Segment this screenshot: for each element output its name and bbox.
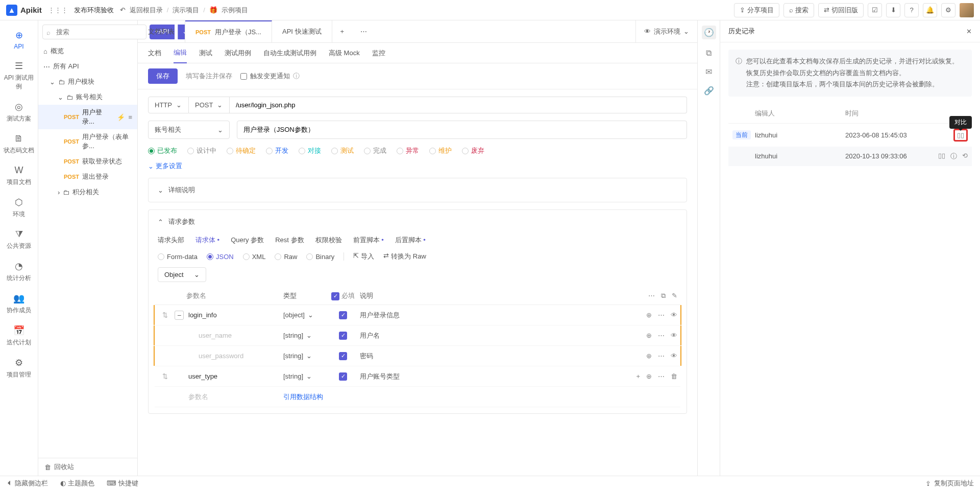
root-type-select[interactable]: Object⌄ xyxy=(158,267,206,282)
ptab-header[interactable]: 请求头部 xyxy=(158,233,184,247)
nav-stats[interactable]: ◔统计分析 xyxy=(0,255,38,288)
required-checkbox[interactable]: ✓ xyxy=(339,372,347,381)
panel-request-head[interactable]: ⌃请求参数 xyxy=(149,210,687,233)
collapse-button[interactable]: − xyxy=(175,311,184,320)
info-icon[interactable]: ⓘ xyxy=(293,72,300,81)
back-icon[interactable]: ↶ xyxy=(120,6,126,14)
method-select[interactable]: POST⌄ xyxy=(189,97,230,113)
nav-iteration[interactable]: 📅迭代计划 xyxy=(0,320,38,352)
check-icon[interactable]: ✓ xyxy=(331,292,339,300)
tree-api-item[interactable]: POST退出登录 xyxy=(38,169,137,184)
api-name-input[interactable] xyxy=(237,121,687,139)
subtab-test[interactable]: 测试 xyxy=(199,43,212,63)
tree-api-item[interactable]: POST用户登录（表单参... xyxy=(38,129,137,154)
subtab-mock[interactable]: 高级 Mock xyxy=(329,43,360,63)
plus-icon[interactable]: + xyxy=(636,372,640,380)
menu-icon[interactable]: ≡ xyxy=(128,113,132,121)
copy-icon[interactable]: ⧉ xyxy=(661,292,666,300)
download-button[interactable]: ⬇ xyxy=(886,3,900,17)
tree-group-user[interactable]: ⌄🗀用户模块 xyxy=(38,74,137,89)
close-button[interactable]: ✕ xyxy=(966,28,972,35)
param-name-input[interactable] xyxy=(197,329,283,342)
more-icon[interactable]: ⋯ xyxy=(658,332,665,339)
grid-icon[interactable]: ⋮⋮⋮ xyxy=(48,6,68,14)
url-input[interactable] xyxy=(230,97,687,113)
tree-group-account[interactable]: ⌄🗀账号相关 xyxy=(38,89,137,105)
ptab-auth[interactable]: 权限校验 xyxy=(315,233,342,247)
more-icon[interactable]: ⋯ xyxy=(658,352,665,360)
bt-formdata[interactable]: Form-data xyxy=(158,253,198,261)
edit-icon[interactable]: ✎ xyxy=(672,292,677,300)
bt-raw[interactable]: Raw xyxy=(275,253,297,261)
tab-active-api[interactable]: POST用户登录（JS... xyxy=(185,20,272,42)
hide-icon[interactable]: 👁 xyxy=(671,332,677,339)
subtab-monitor[interactable]: 监控 xyxy=(372,43,385,63)
param-desc[interactable]: 密码 xyxy=(356,352,616,361)
param-type-select[interactable]: [object]⌄ xyxy=(283,311,330,319)
avatar[interactable] xyxy=(960,3,974,17)
ref-struct-link[interactable]: 引用数据结构 xyxy=(283,392,323,402)
nav-testcase[interactable]: ☰API 测试用例 xyxy=(0,55,38,96)
tree-group-points[interactable]: ›🗀积分相关 xyxy=(38,184,137,200)
save-button[interactable]: 保存 xyxy=(148,68,178,84)
required-checkbox[interactable]: ✓ xyxy=(339,352,347,360)
status-integrate[interactable]: 对接 xyxy=(299,146,321,155)
settings-button[interactable]: ⚙ xyxy=(941,3,955,17)
shortcut-button[interactable]: ⌨快捷键 xyxy=(107,479,138,488)
nav-api[interactable]: ⊕API xyxy=(0,25,38,55)
more-icon[interactable]: ⋯ xyxy=(658,372,665,380)
delete-icon[interactable]: 🗑 xyxy=(671,372,677,380)
share-button[interactable]: ⇪分享项目 xyxy=(734,3,779,17)
restore-icon[interactable]: ⟲ xyxy=(962,152,968,161)
import-button[interactable]: ⇱导入 xyxy=(353,252,374,261)
status-published[interactable]: 已发布 xyxy=(148,146,177,155)
param-name-input[interactable] xyxy=(186,369,283,383)
protocol-select[interactable]: HTTP⌄ xyxy=(148,97,189,113)
ptab-rest[interactable]: Rest 参数 xyxy=(275,233,304,247)
tab-quicktest[interactable]: API 快速测试 xyxy=(272,20,332,42)
trigger-cb-input[interactable] xyxy=(240,73,247,80)
add-icon[interactable]: ⊕ xyxy=(646,372,652,380)
status-done[interactable]: 完成 xyxy=(364,146,386,155)
compare-button[interactable]: 对比 ▯▯ xyxy=(953,129,968,142)
bt-xml[interactable]: XML xyxy=(243,253,266,261)
status-maintain[interactable]: 维护 xyxy=(429,146,452,155)
status-test[interactable]: 测试 xyxy=(331,146,354,155)
ptab-postscript[interactable]: 后置脚本 • xyxy=(395,233,426,247)
param-desc[interactable]: 用户登录信息 xyxy=(356,311,616,320)
link-icon[interactable]: 🔗 xyxy=(704,86,714,96)
tree-api-item[interactable]: POST获取登录状态 xyxy=(38,154,137,169)
tree-api-item[interactable]: POST用户登录...⚡≡ xyxy=(38,105,137,129)
group-select[interactable]: 账号相关⌄ xyxy=(148,121,230,139)
drag-handle[interactable]: ⇅ xyxy=(158,372,172,380)
search-button[interactable]: ⌕搜索 xyxy=(783,3,814,17)
tree-overview[interactable]: ⌂概览 xyxy=(38,43,137,59)
env-name[interactable]: 发布环境验收 xyxy=(74,6,114,15)
add-icon[interactable]: ⊕ xyxy=(646,352,652,360)
tree-search-input[interactable] xyxy=(42,25,146,39)
param-name-input[interactable] xyxy=(186,308,283,322)
history-row[interactable]: lizhuhui 2020-10-13 09:33:06 ▯▯ ⓘ ⟲ xyxy=(728,147,972,166)
panel-detail-head[interactable]: ⌄详细说明 xyxy=(149,178,687,202)
save-note[interactable]: 填写备注并保存 xyxy=(186,72,232,81)
tree-all-apis[interactable]: ⋯所有 API xyxy=(38,59,137,74)
info-icon[interactable]: ⓘ xyxy=(950,152,957,161)
history-row[interactable]: 当前 lizhuhui 2023-06-08 15:45:03 对比 ▯▯ xyxy=(728,124,972,147)
add-icon[interactable]: ⊕ xyxy=(646,332,652,339)
status-dev[interactable]: 开发 xyxy=(266,146,288,155)
subtab-doc[interactable]: 文档 xyxy=(148,43,161,63)
more-icon[interactable]: ⋯ xyxy=(658,311,665,319)
nav-statuscode[interactable]: 🗎状态码文档 xyxy=(0,128,38,160)
param-name-input[interactable] xyxy=(197,349,283,363)
notification-button[interactable]: 🔔 xyxy=(923,3,937,17)
ptab-prescript[interactable]: 前置脚本 • xyxy=(353,233,384,247)
add-icon[interactable]: ⊕ xyxy=(646,311,652,319)
nav-env[interactable]: ⬡环境 xyxy=(0,192,38,224)
bolt-icon[interactable]: ⚡ xyxy=(117,113,125,121)
ptab-query[interactable]: Query 参数 xyxy=(231,233,264,247)
status-pending[interactable]: 待确定 xyxy=(227,146,256,155)
calendar-button[interactable]: ☑ xyxy=(868,3,882,17)
param-type-select[interactable]: [string]⌄ xyxy=(283,332,330,339)
more-icon[interactable]: ⋯ xyxy=(648,292,655,300)
nav-members[interactable]: 👥协作成员 xyxy=(0,288,38,320)
